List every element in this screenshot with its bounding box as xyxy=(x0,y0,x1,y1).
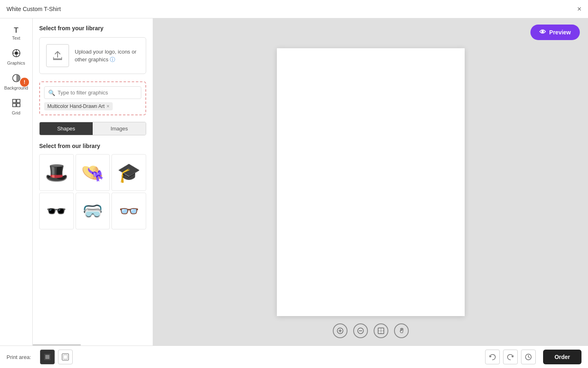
undo-button[interactable] xyxy=(485,350,500,364)
sidebar-item-text[interactable]: T Text xyxy=(0,22,32,45)
svg-point-1 xyxy=(15,52,18,55)
svg-rect-9 xyxy=(13,103,16,107)
graphic-item-top-hat[interactable]: 🎩 xyxy=(39,154,74,191)
pink-glasses-emoji: 🕶️ xyxy=(46,203,67,219)
red-glasses-emoji: 👓 xyxy=(119,203,139,219)
move-button[interactable] xyxy=(374,323,388,338)
filter-tag-label: Multicolor Hand-Drawn Art xyxy=(47,103,105,109)
grid-icon xyxy=(12,99,21,109)
upload-icon xyxy=(46,44,69,67)
filter-area: 🔍 Multicolor Hand-Drawn Art × xyxy=(39,81,146,115)
svg-rect-8 xyxy=(17,99,20,103)
zoom-in-button[interactable] xyxy=(333,323,347,338)
our-library-title: Select from our library xyxy=(39,143,146,149)
svg-rect-7 xyxy=(13,99,16,103)
search-wrap: 🔍 xyxy=(44,86,141,99)
canvas-area xyxy=(153,18,588,346)
background-icon xyxy=(12,74,21,84)
front-view-button[interactable] xyxy=(40,350,55,364)
sidebar-item-graphics[interactable]: Graphics xyxy=(0,45,32,70)
titlebar: White Custom T-Shirt × xyxy=(0,0,588,18)
window-title: White Custom T-Shirt xyxy=(7,6,61,12)
upload-box[interactable]: Upload your logo, icons or other graphic… xyxy=(39,37,146,74)
print-area-controls: Print area: xyxy=(7,350,73,364)
graphic-item-red-glasses[interactable]: 👓 xyxy=(111,193,146,229)
sidebar-item-grid[interactable]: Grid xyxy=(0,94,32,119)
remove-filter-button[interactable]: × xyxy=(107,104,109,109)
svg-rect-20 xyxy=(45,355,49,359)
redo-button[interactable] xyxy=(503,350,518,364)
text-icon: T xyxy=(14,27,18,34)
yellow-hat-emoji: 👒 xyxy=(81,163,104,182)
preview-label: Preview xyxy=(549,29,571,36)
preview-eye-icon: 👁 xyxy=(539,29,546,36)
tab-images[interactable]: Images xyxy=(93,122,146,135)
upload-text: Upload your logo, icons or other graphic… xyxy=(75,48,139,64)
hand-tool-button[interactable] xyxy=(394,323,409,338)
sidebar-item-grid-label: Grid xyxy=(12,110,20,115)
graphic-item-green-glasses[interactable]: 🥽 xyxy=(76,193,110,229)
preview-button[interactable]: 👁 Preview xyxy=(530,25,580,40)
green-glasses-emoji: 🥽 xyxy=(82,203,103,219)
svg-rect-21 xyxy=(62,354,69,360)
sidebar-item-background[interactable]: Background ! xyxy=(0,70,32,94)
print-area-label: Print area: xyxy=(7,354,31,360)
sidebar-item-graphics-label: Graphics xyxy=(7,61,25,65)
svg-rect-22 xyxy=(63,355,67,359)
top-hat-emoji: 🎩 xyxy=(45,163,68,182)
tab-shapes[interactable]: Shapes xyxy=(40,122,93,135)
graduation-cap-emoji: 🎓 xyxy=(117,163,140,182)
svg-rect-10 xyxy=(17,103,20,107)
svg-rect-16 xyxy=(378,328,384,334)
graphics-icon xyxy=(12,49,21,59)
warning-badge: ! xyxy=(20,78,29,87)
order-button[interactable]: Order xyxy=(543,350,581,364)
back-view-button[interactable] xyxy=(58,350,73,364)
graphic-item-pink-glasses[interactable]: 🕶️ xyxy=(39,193,74,229)
canvas-toolbar xyxy=(333,323,409,338)
sidenav: T Text Graphics Background ! xyxy=(0,18,33,346)
sidebar-item-text-label: Text xyxy=(12,36,20,40)
search-input[interactable] xyxy=(44,86,141,99)
history-button[interactable] xyxy=(521,350,536,364)
bottombar-right: Order xyxy=(485,350,581,364)
search-icon: 🔍 xyxy=(48,90,55,96)
library-section-title: Select from your library xyxy=(39,25,146,31)
close-button[interactable]: × xyxy=(577,5,581,13)
panel: Select from your library Upload your log… xyxy=(33,18,153,346)
canvas-paper[interactable] xyxy=(277,48,465,316)
graphic-item-yellow-hat[interactable]: 👒 xyxy=(76,154,110,191)
bottombar: Print area: xyxy=(0,346,588,368)
graphics-grid: 🎩 👒 🎓 🕶️ 🥽 👓 xyxy=(39,154,146,229)
info-link[interactable]: ⓘ xyxy=(110,56,115,63)
zoom-out-button[interactable] xyxy=(353,323,368,338)
graphic-item-graduation-cap[interactable]: 🎓 xyxy=(111,154,146,191)
tab-toggle-group: Shapes Images xyxy=(39,122,146,135)
filter-tag: Multicolor Hand-Drawn Art × xyxy=(44,102,113,110)
